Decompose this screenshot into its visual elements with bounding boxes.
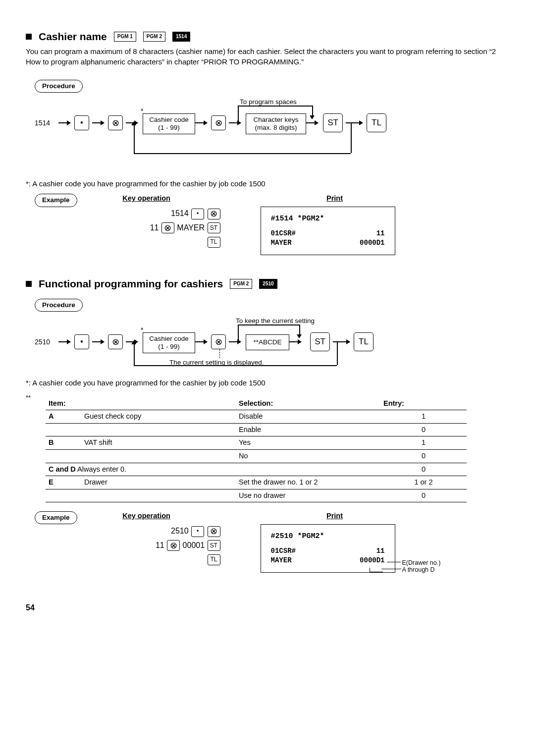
dot-key-mini-icon: • xyxy=(191,209,204,219)
keyop-block-1: 1514 • ⊗ 11 ⊗ MAYER ST TL xyxy=(92,207,221,255)
section1-note: *: A cashier code you have programmed fo… xyxy=(26,179,509,189)
print2-header: #2510 *PGM2* xyxy=(271,532,385,541)
tl-key-2: TL xyxy=(354,332,374,351)
dot-key-icon: • xyxy=(74,115,89,130)
table-star-prefix: ** xyxy=(26,393,36,512)
print2-name: MAYER xyxy=(271,556,292,565)
print1-name: MAYER xyxy=(271,238,292,248)
tl-key-mini: TL xyxy=(208,237,220,248)
tl-key-mini: TL xyxy=(208,554,220,565)
example-badge-1: Example xyxy=(35,194,77,207)
print2-csr-val: 11 xyxy=(376,546,385,556)
settings-table: Item: Selection: Entry: AGuest check cop… xyxy=(46,397,467,503)
st-key: ST xyxy=(323,113,343,132)
multiply-key-mini-icon: ⊗ xyxy=(208,209,220,219)
st-key-mini: ST xyxy=(208,222,220,233)
keyop-block-2: 2510 • ⊗ 11 ⊗ 00001 ST TL xyxy=(92,524,221,573)
diag2-start: 2510 xyxy=(35,337,50,347)
tag-pgm2: PGM 2 xyxy=(143,32,165,42)
example-badge-2: Example xyxy=(35,511,77,524)
th-selection: Selection: xyxy=(236,397,380,410)
tag-1514: 1514 xyxy=(172,32,190,42)
section1-title: Cashier name PGM 1 PGM 2 1514 xyxy=(26,30,509,44)
procedure-badge-2: Procedure xyxy=(35,299,83,312)
keyop-title-2: Key operation xyxy=(92,511,201,521)
procedure-diagram-2: 2510 • ⊗ * Cashier code (1 - 99) ⊗ To ke… xyxy=(37,319,443,368)
section1-title-text: Cashier name xyxy=(39,30,107,44)
tag-pgm2-b: PGM 2 xyxy=(230,279,252,289)
multiply-key-icon-2b: ⊗ xyxy=(211,334,226,349)
print1-csr-val: 11 xyxy=(376,229,385,238)
section1-description: You can program a maximum of 8 character… xyxy=(26,47,509,67)
abcde-box: **ABCDE xyxy=(246,334,289,350)
dot-key-icon: • xyxy=(74,334,89,349)
dot-key-mini-icon: • xyxy=(191,526,204,537)
section2-title: Functional programming for cashiers PGM … xyxy=(26,277,509,291)
section2-note: *: A cashier code you have programmed fo… xyxy=(26,378,509,388)
multiply-key-icon: ⊗ xyxy=(108,115,123,130)
callout-ad: A through D xyxy=(402,566,435,574)
diag1-start: 1514 xyxy=(35,118,50,128)
print1-csr: 01CSR# xyxy=(271,229,296,238)
section2-title-text: Functional programming for cashiers xyxy=(39,277,223,291)
tag-2510: 2510 xyxy=(259,279,277,289)
multiply-key-mini-icon: ⊗ xyxy=(208,526,220,537)
char-keys-box: Character keys (max. 8 digits) xyxy=(246,113,306,134)
cashier-code-box: Cashier code (1 - 99) xyxy=(143,113,195,134)
page-number: 54 xyxy=(26,602,509,613)
print-box-2: #2510 *PGM2* 01CSR# 11 MAYER 0000D1 xyxy=(261,524,395,573)
print2-csr: 01CSR# xyxy=(271,546,296,556)
multiply-key-icon-2: ⊗ xyxy=(211,115,226,130)
multiply-key-mini-icon: ⊗ xyxy=(167,540,180,551)
st-key-2: ST xyxy=(310,332,330,351)
square-bullet-icon xyxy=(26,34,32,40)
print2-code: 0000D1 xyxy=(360,556,384,565)
multiply-key-mini-icon: ⊗ xyxy=(161,222,174,233)
square-bullet-icon xyxy=(26,281,32,287)
th-item: Item: xyxy=(46,397,81,410)
st-key-mini: ST xyxy=(208,540,220,551)
tag-pgm1: PGM 1 xyxy=(114,32,136,42)
print1-header: #1514 *PGM2* xyxy=(271,214,385,224)
print-title-2: Print xyxy=(270,511,399,521)
print-title-1: Print xyxy=(270,194,399,204)
print-box-1: #1514 *PGM2* 01CSR# 11 MAYER 0000D1 xyxy=(261,207,395,255)
procedure-badge-1: Procedure xyxy=(35,80,83,93)
tl-key: TL xyxy=(367,113,386,132)
cashier-code-box-2: Cashier code (1 - 99) xyxy=(143,332,195,353)
th-entry: Entry: xyxy=(380,397,467,410)
procedure-diagram-1: 1514 • ⊗ * Cashier code (1 - 99) ⊗ To pr… xyxy=(37,100,443,169)
print1-code: 0000D1 xyxy=(360,238,384,248)
keyop-title-1: Key operation xyxy=(92,194,201,204)
multiply-key-icon: ⊗ xyxy=(108,334,123,349)
